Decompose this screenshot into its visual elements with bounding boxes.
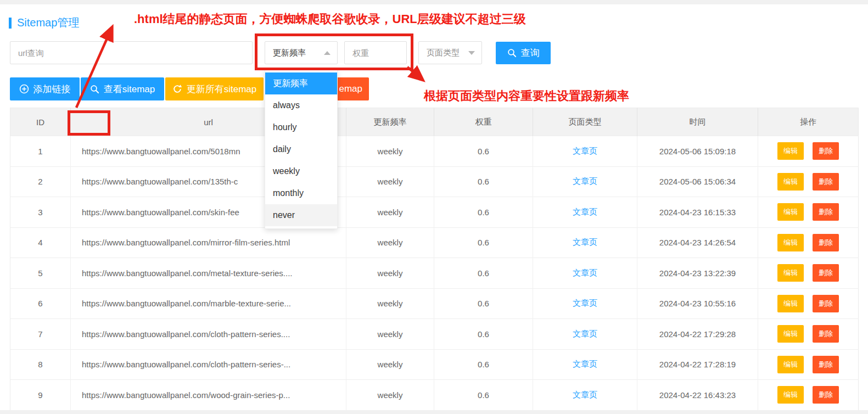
cell-actions: 编辑删除 [758,197,859,228]
page-type-link[interactable]: 文章页 [573,207,597,216]
delete-button[interactable]: 删除 [813,325,839,343]
cell-id: 8 [10,349,71,380]
page-type-link[interactable]: 文章页 [573,329,597,338]
view-sitemap-label: 查看sitemap [104,83,155,96]
cell-actions: 编辑删除 [758,227,859,258]
delete-button[interactable]: 删除 [813,295,839,312]
delete-button[interactable]: 删除 [813,356,839,373]
page-type-link[interactable]: 文章页 [573,176,597,186]
weight-input[interactable] [344,41,407,64]
edit-button[interactable]: 编辑 [777,173,804,191]
view-sitemap-button[interactable]: 查看sitemap [81,77,164,100]
delete-button[interactable]: 删除 [813,142,839,160]
query-button-label: 查询 [521,47,540,59]
cell-time: 2024-04-22 17:29:28 [637,319,758,350]
cell-id: 7 [10,319,71,350]
cell-weight: 0.6 [434,258,533,289]
delete-button[interactable]: 删除 [813,173,839,191]
query-button[interactable]: 查询 [496,42,551,64]
cell-url: https://www.bangtuowallpanel.com/metal-t… [71,258,346,289]
cell-weight: 0.6 [434,166,533,197]
delete-button[interactable]: 删除 [813,386,839,404]
dropdown-option-hourly[interactable]: hourly [265,116,337,138]
edit-button[interactable]: 编辑 [777,386,804,404]
cell-page-type: 文章页 [533,380,637,411]
column-header-actions: 操作 [758,108,859,136]
cell-weight: 0.6 [434,319,533,350]
table-header-row: ID url 更新频率 权重 页面类型 时间 操作 [10,108,859,136]
cell-id: 9 [10,380,71,411]
dropdown-option-更新频率[interactable]: 更新频率 [265,72,337,94]
edit-button[interactable]: 编辑 [777,142,804,160]
page-type-link[interactable]: 文章页 [573,298,597,307]
page-type-select[interactable]: 页面类型 [418,41,482,64]
page-type-link[interactable]: 文章页 [573,390,597,399]
search-icon [507,48,517,58]
edit-button[interactable]: 编辑 [777,325,804,343]
cell-frequency: weekly [346,227,434,258]
cell-page-type: 文章页 [533,166,637,197]
cell-frequency: weekly [346,197,434,228]
edit-button[interactable]: 编辑 [777,264,804,282]
edit-button[interactable]: 编辑 [777,234,804,251]
cell-actions: 编辑删除 [758,136,859,167]
column-header-frequency: 更新频率 [346,108,434,136]
cell-url: https://www.bangtuowallpanel.com/wood-gr… [71,380,346,411]
delete-button[interactable]: 删除 [813,264,839,282]
cell-page-type: 文章页 [533,258,637,289]
cell-weight: 0.6 [434,197,533,228]
table-row: 2https://www.bangtuowallpanel.com/135th-… [10,166,859,197]
table-row: 8https://www.bangtuowallpanel.com/cloth-… [10,349,859,380]
cell-frequency: weekly [346,166,434,197]
add-link-button[interactable]: 添加链接 [10,77,80,100]
cell-page-type: 文章页 [533,227,637,258]
cell-id: 2 [10,166,71,197]
dropdown-option-never[interactable]: never [265,204,337,226]
edit-button[interactable]: 编辑 [777,356,804,373]
cell-frequency: weekly [346,380,434,411]
cell-id: 6 [10,288,71,319]
delete-button[interactable]: 删除 [813,234,839,251]
add-link-label: 添加链接 [33,83,71,96]
cell-page-type: 文章页 [533,288,637,319]
cell-weight: 0.6 [434,136,533,167]
plus-circle-icon [19,84,29,94]
page-title: Sitemap管理 [17,15,79,30]
page-type-link[interactable]: 文章页 [573,146,597,155]
page-type-link[interactable]: 文章页 [573,359,597,368]
page-type-link[interactable]: 文章页 [573,237,597,247]
column-header-id: ID [10,108,71,136]
chevron-up-icon [324,51,331,55]
cell-actions: 编辑删除 [758,319,859,350]
cell-frequency: weekly [346,349,434,380]
sitemap-admin-page: Sitemap管理 更新频率 页面类型 查询 添加链接 查看sitemap [0,0,868,414]
annotation-set-frequency: 根据页面类型内容重要性设置跟新频率 [424,88,629,104]
cell-page-type: 文章页 [533,319,637,350]
edit-button[interactable]: 编辑 [777,203,804,221]
cell-frequency: weekly [346,258,434,289]
update-all-sitemap-button[interactable]: 更新所有sitemap [165,77,264,100]
cell-url: https://www.bangtuowallpanel.com/marble-… [71,288,346,319]
sitemap-table: ID url 更新频率 权重 页面类型 时间 操作 1https://www.b… [10,108,859,411]
cell-weight: 0.6 [434,380,533,411]
column-header-page-type: 页面类型 [533,108,637,136]
page-type-link[interactable]: 文章页 [573,268,597,277]
page-header: Sitemap管理 [9,15,79,30]
cell-time: 2024-04-23 14:26:54 [637,227,758,258]
dropdown-option-always[interactable]: always [265,94,337,116]
cell-time: 2024-04-22 16:43:23 [637,380,758,411]
frequency-select[interactable]: 更新频率 [265,41,338,64]
url-search-input[interactable] [10,41,253,64]
dropdown-option-daily[interactable]: daily [265,138,337,160]
delete-button[interactable]: 删除 [813,203,839,221]
cell-url: https://www.bangtuowallpanel.com/cloth-p… [71,349,346,380]
edit-button[interactable]: 编辑 [777,295,804,312]
cell-frequency: weekly [346,136,434,167]
title-accent-bar [9,18,12,29]
cell-time: 2024-04-23 10:55:16 [637,288,758,319]
dropdown-option-weekly[interactable]: weekly [265,160,337,182]
table-row: 3https://www.bangtuowallpanel.com/skin-f… [10,197,859,228]
cell-time: 2024-05-06 15:09:18 [637,136,758,167]
cell-page-type: 文章页 [533,197,637,228]
dropdown-option-monthly[interactable]: monthly [265,182,337,204]
